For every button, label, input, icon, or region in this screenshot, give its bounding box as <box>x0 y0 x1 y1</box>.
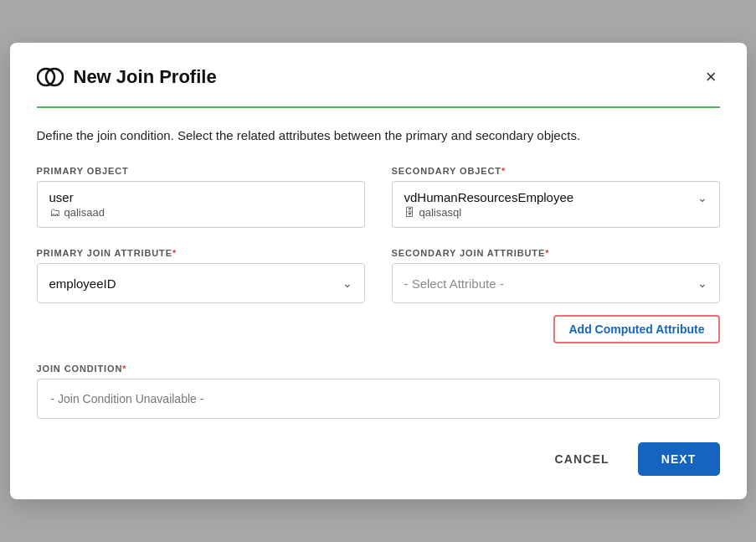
secondary-object-value: vdHumanResourcesEmployee <box>404 190 574 204</box>
primary-join-attr-label: PRIMARY JOIN ATTRIBUTE* <box>37 248 365 258</box>
modal-overlay: New Join Profile × Define the join condi… <box>0 0 756 542</box>
join-condition-group: JOIN CONDITION* <box>37 364 720 419</box>
cancel-button[interactable]: CANCEL <box>540 444 625 474</box>
primary-object-sub: qalisaad <box>64 206 105 219</box>
secondary-join-attr-group: SECONDARY JOIN ATTRIBUTE* - Select Attri… <box>392 248 720 343</box>
join-profile-icon <box>37 64 64 90</box>
secondary-join-attr-select[interactable]: - Select Attribute - ⌄ <box>392 263 720 303</box>
modal-title: New Join Profile <box>74 66 217 88</box>
modal-body: Define the join condition. Select the re… <box>10 108 747 442</box>
modal-title-group: New Join Profile <box>37 64 217 90</box>
add-computed-attribute-button[interactable]: Add Computed Attribute <box>553 315 719 343</box>
secondary-object-select[interactable]: vdHumanResourcesEmployee ⌄ 🗄 qalisasql <box>392 181 720 228</box>
primary-join-attr-group: PRIMARY JOIN ATTRIBUTE* employeeID ⌄ <box>37 248 365 343</box>
primary-join-attr-chevron-icon: ⌄ <box>342 276 352 290</box>
join-condition-label: JOIN CONDITION* <box>37 364 720 374</box>
modal-footer: CANCEL NEXT <box>10 442 747 499</box>
primary-object-db-icon: 🗂 <box>49 206 60 219</box>
attributes-row: PRIMARY JOIN ATTRIBUTE* employeeID ⌄ SEC… <box>37 248 720 343</box>
secondary-join-attr-label: SECONDARY JOIN ATTRIBUTE* <box>392 248 720 258</box>
secondary-object-group: SECONDARY OBJECT* vdHumanResourcesEmploy… <box>392 166 720 228</box>
primary-join-attr-select[interactable]: employeeID ⌄ <box>37 263 365 303</box>
join-condition-row: JOIN CONDITION* <box>37 364 720 419</box>
secondary-object-chevron-icon: ⌄ <box>697 191 707 204</box>
secondary-object-sub: qalisasql <box>419 206 462 219</box>
description-text: Define the join condition. Select the re… <box>37 128 720 142</box>
secondary-join-attr-placeholder: - Select Attribute - <box>404 276 504 291</box>
modal-header: New Join Profile × <box>10 43 747 91</box>
modal-dialog: New Join Profile × Define the join condi… <box>10 43 747 499</box>
secondary-object-label: SECONDARY OBJECT* <box>392 166 720 176</box>
secondary-object-db-icon: 🗄 <box>404 206 415 219</box>
join-condition-input[interactable] <box>37 379 720 419</box>
primary-object-group: PRIMARY OBJECT user 🗂 qalisaad <box>37 166 365 228</box>
primary-join-attr-value: employeeID <box>49 276 116 291</box>
primary-object-select[interactable]: user 🗂 qalisaad <box>37 181 365 228</box>
next-button[interactable]: NEXT <box>638 442 720 476</box>
primary-object-value: user <box>49 190 74 204</box>
secondary-join-attr-chevron-icon: ⌄ <box>697 276 707 290</box>
objects-row: PRIMARY OBJECT user 🗂 qalisaad SECONDARY… <box>37 166 720 228</box>
close-button[interactable]: × <box>702 63 720 91</box>
primary-object-label: PRIMARY OBJECT <box>37 166 365 176</box>
